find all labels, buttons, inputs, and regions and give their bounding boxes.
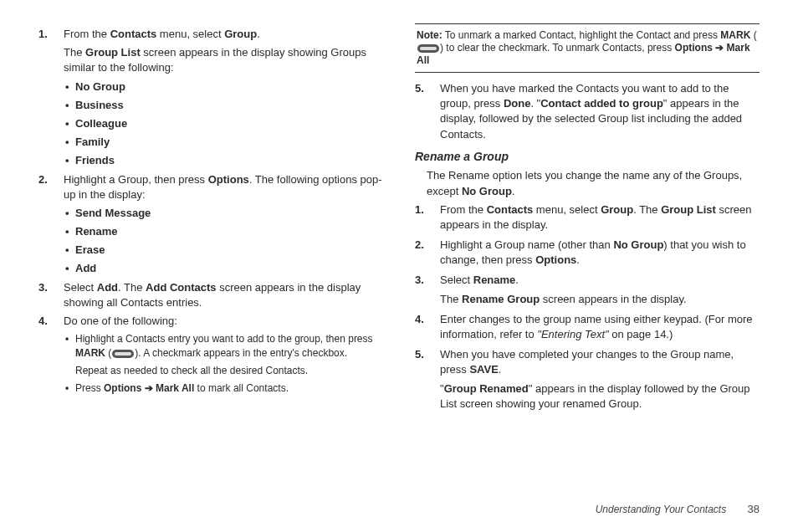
rename-intro: The Rename option lets you change the na… — [415, 168, 760, 198]
rename-step-2: 2. Highlight a Group name (other than No… — [415, 238, 760, 268]
step-1-text: From the Contacts menu, select Group. — [64, 27, 383, 42]
step-5: 5. When you have marked the Contacts you… — [415, 81, 760, 142]
footer-title: Understanding Your Contacts — [596, 504, 727, 515]
step-number: 2. — [38, 172, 48, 187]
step-2: 2. Highlight a Group, then press Options… — [38, 172, 383, 277]
step-2-text: Highlight a Group, then press Options. T… — [64, 172, 383, 202]
step-number: 5. — [415, 81, 424, 96]
group-item: Colleague — [64, 116, 383, 131]
rename-step-1: 1. From the Contacts menu, select Group.… — [415, 202, 760, 233]
step-number: 4. — [38, 314, 48, 329]
note-box: Note: To unmark a marked Contact, highli… — [415, 23, 760, 73]
step-4: 4. Do one of the following: Highlight a … — [38, 314, 383, 395]
step-1: 1. From the Contacts menu, select Group.… — [38, 27, 383, 169]
group-item: No Group — [64, 79, 383, 95]
step-3-text: Select Add. The Add Contacts screen appe… — [64, 280, 383, 310]
options-list: Send Message Rename Erase Add — [64, 206, 383, 277]
rename-step-3-desc: The Rename Group screen appears in the d… — [440, 292, 760, 307]
step-5-text: When you have marked the Contacts you wa… — [440, 81, 760, 142]
step-1-desc: The Group List screen appears in the dis… — [64, 45, 383, 75]
option-item: Send Message — [64, 206, 383, 221]
step-number: 5. — [415, 347, 424, 362]
rename-step-5: 5. When you have completed your changes … — [415, 347, 760, 412]
rename-heading: Rename a Group — [415, 149, 760, 166]
choice-list: Highlight a Contacts entry you want to a… — [64, 332, 383, 395]
option-item: Rename — [64, 224, 383, 239]
repeat-text: Repeat as needed to check all the desire… — [75, 364, 383, 378]
group-list: No Group Business Colleague Family Frien… — [64, 79, 383, 169]
group-item: Friends — [64, 153, 383, 168]
page-footer: Understanding Your Contacts 38 — [596, 502, 760, 517]
group-item: Family — [64, 135, 383, 150]
step-number: 4. — [415, 312, 424, 327]
rename-step-3: 3. Select Rename. The Rename Group scree… — [415, 273, 760, 306]
choice-item: Press Options ➔ Mark All to mark all Con… — [64, 381, 383, 396]
document-page: 1. From the Contacts menu, select Group.… — [0, 0, 798, 532]
columns: 1. From the Contacts menu, select Group.… — [0, 0, 798, 417]
right-column: Note: To unmark a marked Contact, highli… — [415, 23, 760, 417]
option-item: Erase — [64, 243, 383, 258]
step-4-title: Do one of the following: — [64, 314, 383, 329]
step-number: 2. — [415, 238, 424, 253]
mark-key-icon — [417, 44, 439, 53]
step-number: 1. — [38, 27, 48, 42]
step-3: 3. Select Add. The Add Contacts screen a… — [38, 280, 383, 310]
group-item: Business — [64, 98, 383, 113]
page-number: 38 — [748, 503, 760, 515]
rename-step-4: 4. Enter changes to the group name using… — [415, 312, 760, 342]
mark-key-icon — [112, 350, 134, 358]
option-item: Add — [64, 261, 383, 276]
left-column: 1. From the Contacts menu, select Group.… — [38, 23, 383, 417]
step-number: 3. — [415, 273, 424, 288]
step-number: 3. — [38, 280, 48, 295]
step-number: 1. — [415, 202, 424, 217]
choice-item: Highlight a Contacts entry you want to a… — [64, 332, 383, 377]
rename-step-5-desc: "Group Renamed" appears in the display f… — [440, 381, 760, 412]
